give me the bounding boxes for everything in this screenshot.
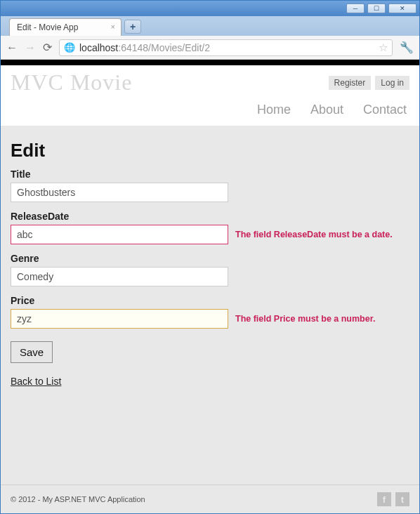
bookmark-star-icon[interactable]: ☆ xyxy=(379,41,388,54)
new-tab-button[interactable]: + xyxy=(124,20,141,34)
top-black-bar xyxy=(1,60,419,65)
forward-icon: → xyxy=(25,41,36,54)
social-links: f t xyxy=(377,492,409,506)
back-icon[interactable]: ← xyxy=(6,41,18,54)
input-title[interactable] xyxy=(11,183,228,202)
browser-tabbar: Edit - Movie App × + xyxy=(1,16,419,36)
main-nav: Home About Contact xyxy=(11,95,409,126)
url-text: localhost:64148/Movies/Edit/2 xyxy=(79,42,210,53)
site-header: MVC Movie Register Log in Home About Con… xyxy=(1,65,419,126)
footer-copyright: © 2012 - My ASP.NET MVC Application xyxy=(11,495,145,503)
close-tab-icon[interactable]: × xyxy=(111,22,115,31)
browser-toolbar: ← → ⟳ 🌐 localhost:64148/Movies/Edit/2 ☆ … xyxy=(1,36,419,60)
facebook-icon[interactable]: f xyxy=(377,492,391,506)
input-releasedate[interactable] xyxy=(11,225,228,244)
register-link[interactable]: Register xyxy=(329,76,372,90)
error-price: The field Price must be a number. xyxy=(235,314,375,324)
login-link[interactable]: Log in xyxy=(375,76,409,90)
nav-about[interactable]: About xyxy=(310,103,343,117)
tab-title: Edit - Movie App xyxy=(17,22,78,32)
field-price: Price The field Price must be a number. xyxy=(11,295,409,329)
label-genre: Genre xyxy=(11,253,409,264)
site-logo[interactable]: MVC Movie xyxy=(11,70,132,95)
label-releasedate: ReleaseDate xyxy=(11,211,409,222)
site-footer: © 2012 - My ASP.NET MVC Application f t xyxy=(1,485,419,513)
minimize-button[interactable]: ─ xyxy=(346,4,365,13)
address-bar[interactable]: 🌐 localhost:64148/Movies/Edit/2 ☆ xyxy=(59,39,393,56)
close-window-button[interactable]: ✕ xyxy=(388,4,416,13)
twitter-icon[interactable]: t xyxy=(395,492,409,506)
wrench-icon[interactable]: 🔧 xyxy=(400,41,414,54)
page-heading: Edit xyxy=(11,140,409,162)
field-releasedate: ReleaseDate The field ReleaseDate must b… xyxy=(11,211,409,244)
reload-icon[interactable]: ⟳ xyxy=(43,41,52,54)
window-titlebar: ─ ☐ ✕ xyxy=(1,1,419,16)
field-genre: Genre xyxy=(11,253,409,286)
nav-contact[interactable]: Contact xyxy=(363,103,407,117)
browser-window: ─ ☐ ✕ Edit - Movie App × + ← → ⟳ 🌐 local… xyxy=(0,0,420,514)
page-content: Edit Title ReleaseDate The field Release… xyxy=(1,126,419,485)
error-releasedate: The field ReleaseDate must be a date. xyxy=(235,230,393,239)
label-title: Title xyxy=(11,169,409,180)
globe-icon: 🌐 xyxy=(64,42,75,53)
field-title: Title xyxy=(11,169,409,202)
auth-links: Register Log in xyxy=(329,76,409,90)
input-price[interactable] xyxy=(11,309,228,329)
save-button[interactable]: Save xyxy=(11,341,53,363)
browser-tab[interactable]: Edit - Movie App × xyxy=(9,18,122,36)
input-genre[interactable] xyxy=(11,267,228,286)
back-to-list-link[interactable]: Back to List xyxy=(11,376,61,387)
nav-home[interactable]: Home xyxy=(257,103,291,117)
label-price: Price xyxy=(11,295,409,306)
maximize-button[interactable]: ☐ xyxy=(367,4,386,13)
